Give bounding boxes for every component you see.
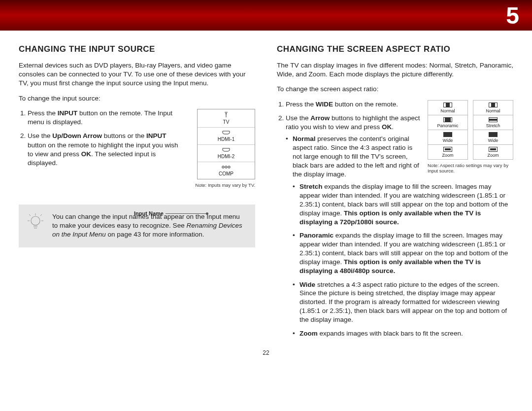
mode-wide: Wide stretches a 4:3 aspect ratio pictur… [293, 280, 513, 324]
chapter-number: 5 [506, 2, 519, 29]
svg-point-4 [223, 167, 224, 168]
aspect-tables-wrap: Normal Panoramic Wide Zoom Normal Stretc… [428, 100, 513, 174]
note-inputs-vary: Note: Inputs may vary by TV. [190, 182, 255, 188]
step1-input: Press the INPUT button on the remote. Th… [28, 109, 183, 127]
mode-stretch: Stretch expands the display image to fil… [293, 182, 513, 226]
lead-input-source: To change the input source: [19, 94, 255, 103]
component-icon [199, 165, 254, 170]
aspect-note: Note: Aspect ratio settings may vary by … [428, 163, 513, 174]
intro-aspect-ratio: The TV can display images in five differ… [277, 61, 513, 79]
input-menu-item-hdmi1: HDMI-1 [198, 128, 255, 145]
input-menu-item-comp: COMP [198, 162, 255, 179]
step1-aspect: Press the WIDE button on the remote. [286, 100, 421, 109]
input-name-callout: Input Name [134, 210, 207, 216]
lightbulb-icon [28, 212, 43, 234]
svg-line-12 [40, 214, 42, 216]
antenna-icon [199, 112, 254, 118]
tip-text: You can change the input names that appe… [52, 212, 246, 240]
svg-line-11 [29, 214, 31, 216]
page-number: 22 [0, 349, 532, 356]
svg-point-0 [226, 113, 227, 114]
left-column: CHANGING THE INPUT SOURCE External devic… [19, 44, 255, 342]
svg-point-5 [226, 167, 227, 168]
aspect-table-2: Normal Stretch Wide Zoom [473, 100, 513, 160]
mode-zoom: Zoom expands images with black bars to f… [293, 329, 513, 338]
step2-input: Use the Up/Down Arrow buttons or the INP… [28, 132, 183, 168]
hdmi-icon [199, 130, 254, 136]
page-body: CHANGING THE INPUT SOURCE External devic… [0, 31, 532, 348]
mode-panoramic: Panoramic expands the display image to f… [293, 231, 513, 275]
svg-point-6 [229, 167, 230, 168]
input-menu-item-hdmi2: HDMI-2 [198, 145, 255, 162]
mode-normal: Normal preserves the content's original … [286, 135, 421, 178]
lead-aspect-ratio: To change the screen aspect ratio: [277, 85, 513, 94]
aspect-table-1: Normal Panoramic Wide Zoom [428, 100, 468, 160]
heading-aspect-ratio: CHANGING THE SCREEN ASPECT RATIO [277, 44, 513, 54]
input-menu-diagram: TV HDMI-1 HDMI-2 [190, 109, 255, 188]
svg-point-7 [31, 216, 40, 225]
header-band: 5 [0, 0, 532, 31]
right-column: CHANGING THE SCREEN ASPECT RATIO The TV … [277, 44, 513, 342]
hdmi-icon [199, 147, 254, 153]
input-menu-item-tv: TV [198, 109, 255, 128]
intro-input-source: External devices such as DVD players, Bl… [19, 61, 255, 88]
heading-input-source: CHANGING THE INPUT SOURCE [19, 44, 255, 54]
step2-aspect: Use the Arrow buttons to highlight the a… [286, 114, 421, 179]
